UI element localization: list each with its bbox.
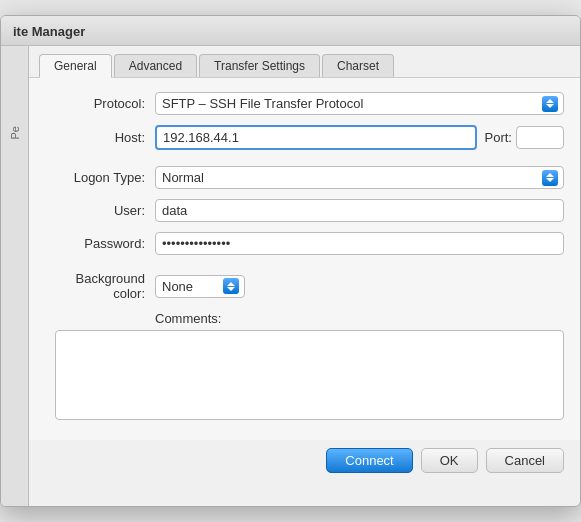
cancel-button[interactable]: Cancel: [486, 448, 564, 473]
host-label: Host:: [45, 130, 155, 145]
password-row: Password:: [45, 232, 564, 255]
user-row: User:: [45, 199, 564, 222]
footer: Connect OK Cancel: [29, 440, 580, 479]
side-label: Pe: [9, 126, 21, 139]
host-row: Host: Port:: [45, 125, 564, 150]
connect-button[interactable]: Connect: [326, 448, 412, 473]
bg-color-select-wrapper: NoneRedGreenBlueYellowCyanMagenta: [155, 275, 245, 298]
user-label: User:: [45, 203, 155, 218]
site-manager-window: ite Manager Pe General Advanced Transfer…: [0, 15, 581, 507]
password-label: Password:: [45, 236, 155, 251]
logon-type-control: NormalAnonymousAsk for passwordInteracti…: [155, 166, 564, 189]
tab-transfer-settings[interactable]: Transfer Settings: [199, 54, 320, 77]
ok-button[interactable]: OK: [421, 448, 478, 473]
tab-general[interactable]: General: [39, 54, 112, 78]
password-control: [155, 232, 564, 255]
bg-color-select[interactable]: NoneRedGreenBlueYellowCyanMagenta: [155, 275, 245, 298]
port-group: Port:: [485, 126, 564, 149]
host-input[interactable]: [155, 125, 477, 150]
main-panel: General Advanced Transfer Settings Chars…: [29, 46, 580, 506]
tab-advanced[interactable]: Advanced: [114, 54, 197, 77]
host-port-group: Port:: [155, 125, 564, 150]
protocol-row: Protocol: SFTP – SSH File Transfer Proto…: [45, 92, 564, 115]
protocol-control: SFTP – SSH File Transfer ProtocolFTP – F…: [155, 92, 564, 115]
port-input[interactable]: [516, 126, 564, 149]
user-input[interactable]: [155, 199, 564, 222]
comments-textarea[interactable]: [55, 330, 564, 420]
logon-type-select[interactable]: NormalAnonymousAsk for passwordInteracti…: [155, 166, 564, 189]
titlebar: ite Manager: [1, 16, 580, 46]
bg-color-row: Background color: NoneRedGreenBlueYellow…: [45, 271, 564, 301]
host-control: Port:: [155, 125, 564, 150]
window-title: ite Manager: [13, 24, 85, 39]
password-input[interactable]: [155, 232, 564, 255]
protocol-select[interactable]: SFTP – SSH File Transfer ProtocolFTP – F…: [155, 92, 564, 115]
port-label: Port:: [485, 130, 512, 145]
tab-bar: General Advanced Transfer Settings Chars…: [29, 46, 580, 78]
protocol-label: Protocol:: [45, 96, 155, 111]
tab-charset[interactable]: Charset: [322, 54, 394, 77]
tab-content: Protocol: SFTP – SSH File Transfer Proto…: [29, 78, 580, 440]
logon-type-select-wrapper: NormalAnonymousAsk for passwordInteracti…: [155, 166, 564, 189]
left-panel: Pe: [1, 46, 29, 506]
logon-type-row: Logon Type: NormalAnonymousAsk for passw…: [45, 166, 564, 189]
user-control: [155, 199, 564, 222]
host-input-wrap: [155, 125, 477, 150]
logon-type-label: Logon Type:: [45, 170, 155, 185]
comments-label: Comments:: [145, 311, 564, 326]
comments-row: Comments:: [45, 311, 564, 420]
protocol-select-wrapper: SFTP – SSH File Transfer ProtocolFTP – F…: [155, 92, 564, 115]
bg-color-label: Background color:: [45, 271, 155, 301]
